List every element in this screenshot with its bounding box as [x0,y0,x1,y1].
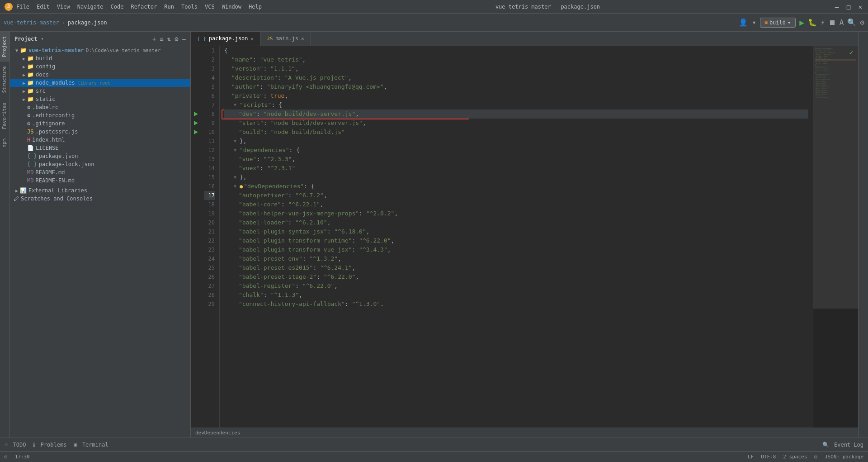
profile-button[interactable]: 👤 ▾ [739,18,756,27]
settings-tree-button[interactable]: ⚙ [175,35,178,43]
file-tree[interactable]: ▼ 📁 vue-tetris-master D:\Code\vue-tetris… [10,46,190,438]
code-line-21: "babel-plugin-syntax-jsx": "^6.18.0", [224,227,808,236]
menu-code[interactable]: Code [111,4,124,10]
minimap-content: {"name": "vue-tetris", "version": "1.1.1… [813,46,858,100]
collapse-all-button[interactable]: ≡ [160,35,163,43]
run-dev-button[interactable] [194,112,198,116]
menu-navigate[interactable]: Navigate [77,4,104,10]
menu-bar[interactable]: File Edit View Navigate Code Refactor Ru… [16,4,262,10]
translate-button[interactable]: A [840,18,844,27]
run-start-button[interactable] [194,121,198,125]
tree-item-indexhtml[interactable]: H index.html [10,136,190,144]
encoding-indicator[interactable]: UTF-8 [761,454,776,460]
gutter-9[interactable] [191,119,201,128]
tree-item-editorconfig[interactable]: ⚙ .editorconfig [10,111,190,119]
minimap: ✓ {"name": "vue-tetris", "version": "1.1… [813,46,858,428]
run-button[interactable]: ▶ [799,18,804,27]
project-tab[interactable]: Project [0,32,9,62]
packagejson-label: package.json [39,153,78,159]
coverage-button[interactable]: ⚡ [821,18,825,27]
breadcrumb-root[interactable]: vue-tetris-master [4,19,59,26]
tree-item-docs[interactable]: ▶ 📁 docs [10,71,190,79]
stop-button[interactable]: ⏹ [829,18,836,27]
gutter-8[interactable] [191,110,201,119]
tree-item-build[interactable]: ▶ 📁 build [10,54,190,62]
tree-item-readme[interactable]: MD README.md [10,168,190,176]
favorites-tab[interactable]: Favorites [0,98,9,134]
root-label: vue-tetris-master [28,47,84,53]
event-log-link[interactable]: 🔍 Event Log [822,442,863,448]
gutter-22 [191,236,201,245]
mainjs-tab-icon: JS [267,36,273,42]
tree-item-readmeen[interactable]: MD README-EN.md [10,176,190,185]
minimize-button[interactable]: — [834,4,840,10]
sort-button[interactable]: ⇅ [167,35,171,43]
gutter-6 [191,91,201,100]
gutter-10[interactable] [191,128,201,137]
tree-item-scratches[interactable]: 🖊 Scratches and Consoles [10,195,190,203]
gutter-7 [191,100,201,110]
breadcrumb: vue-tetris-master › package.json [4,17,107,29]
run-build-button[interactable] [194,130,198,134]
indexhtml-label: index.html [32,137,65,143]
static-chevron: ▶ [21,97,27,102]
menu-run[interactable]: Run [164,4,174,10]
terminal-tab[interactable]: ▣ Terminal [74,442,108,448]
debug-button[interactable]: 🐛 [808,18,817,27]
tab-packagejson[interactable]: { } package.json ✕ [191,32,260,46]
tree-item-node-modules[interactable]: ▶ 📁 node_modules library root [10,79,190,87]
packagejson-file-icon: { } [27,153,37,159]
gutter-27 [191,281,201,291]
menu-vcs[interactable]: VCS [205,4,215,10]
tree-item-license[interactable]: 📄 LICENSE [10,144,190,152]
packagejson-tab-close[interactable]: ✕ [251,36,254,42]
menu-edit[interactable]: Edit [37,4,50,10]
tree-item-gitignore[interactable]: ⚙ .gitignore [10,119,190,128]
todo-icon: ≡ [5,442,8,448]
tree-item-packagejson[interactable]: { } package.json [10,152,190,160]
title-bar: J File Edit View Navigate Code Refactor … [0,0,868,14]
npm-tab[interactable]: npm [0,134,9,152]
tree-item-src[interactable]: ▶ 📁 src [10,87,190,95]
tree-item-external-libraries[interactable]: ▶ 📊 External Libraries [10,186,190,195]
hide-panel-button[interactable]: — [182,35,186,43]
tree-item-config[interactable]: ▶ 📁 config [10,62,190,71]
code-content[interactable]: { "name": "vue-tetris", "version": "1.1.… [220,46,813,428]
tree-item-babelrc[interactable]: ⚙ .babelrc [10,103,190,111]
build-config-button[interactable]: ■ build ▾ [760,18,796,28]
todo-tab[interactable]: ≡ TODO [5,442,26,448]
settings-button[interactable]: ⚙ [860,18,864,27]
code-breadcrumb-label: devDependencies [195,430,240,436]
menu-tools[interactable]: Tools [181,4,198,10]
menu-refactor[interactable]: Refactor [131,4,157,10]
ln-4: 4 [204,73,215,82]
breadcrumb-file[interactable]: package.json [68,19,107,26]
menu-file[interactable]: File [16,4,29,10]
line-ending-indicator[interactable]: LF [748,454,754,460]
search-button[interactable]: 🔍 [847,18,856,27]
menu-window[interactable]: Window [222,4,241,10]
structure-tab[interactable]: Structure [0,62,9,98]
add-file-button[interactable]: + [152,35,156,43]
problems-tab[interactable]: ℹ Problems [33,442,66,448]
indent-indicator[interactable]: 2 spaces [783,454,807,460]
menu-view[interactable]: View [57,4,70,10]
ln-13: 13 [204,155,215,164]
mainjs-tab-close[interactable]: ✕ [301,36,304,42]
project-dropdown-icon[interactable]: ▾ [41,36,44,41]
menu-help[interactable]: Help [249,4,262,10]
code-line-2: "name": "vue-tetris", [224,55,808,64]
maximize-button[interactable]: □ [845,4,852,10]
static-label: static [36,96,55,102]
tree-item-postcssrc[interactable]: JS .postcssrc.js [10,128,190,136]
external-libs-chevron: ▶ [14,188,20,193]
tab-mainjs[interactable]: JS main.js ✕ [260,32,311,46]
tree-item-static[interactable]: ▶ 📁 static [10,95,190,103]
tree-root[interactable]: ▼ 📁 vue-tetris-master D:\Code\vue-tetris… [10,46,190,54]
code-editor[interactable]: 1 2 3 4 5 6 7 8 9 10 11 12 13 14 15 16 1 [191,46,858,428]
close-button[interactable]: ✕ [857,4,863,10]
file-type-indicator[interactable]: JSON: package [825,454,863,460]
build-label: build [36,55,52,62]
tree-item-packagelockjson[interactable]: { } package-lock.json [10,160,190,168]
code-line-27: "babel-register": "^6.22.0", [224,281,808,291]
